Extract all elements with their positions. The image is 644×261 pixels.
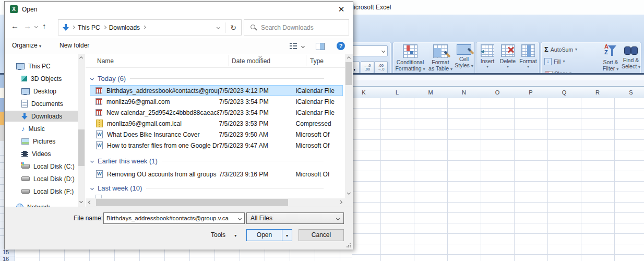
sidebar-item-network[interactable]: Network (5, 201, 78, 207)
sidebar-item-local-disk-f[interactable]: Local Disk (F:) (5, 186, 78, 197)
group-header-last-week[interactable]: Last week (10) (91, 183, 324, 193)
sort-filter-button[interactable]: Sort & Filter ▾ (600, 44, 622, 72)
insert-cells-button[interactable]: Insert ▾ (478, 44, 497, 69)
scroll-down-icon[interactable] (347, 191, 351, 195)
column-header-L[interactable]: L (380, 87, 414, 99)
refresh-icon[interactable]: ↻ (225, 23, 241, 32)
file-row-monliza-ics[interactable]: monliza96@gmail.com 7/5/2023 3:54 PM iCa… (90, 96, 343, 107)
file-name-input[interactable]: Birthdays_addressbook#contacts@group.v.c… (103, 212, 245, 224)
file-name-value: Birthdays_addressbook#contacts@group.v.c… (104, 215, 235, 221)
sidebar-item-videos[interactable]: Videos (5, 148, 78, 159)
sidebar-item-documents[interactable]: Documents (5, 98, 78, 109)
help-icon[interactable] (337, 42, 345, 50)
sidebar-item-downloads[interactable]: Downloads (5, 111, 78, 122)
sidebar-item-desktop[interactable]: Desktop (5, 86, 78, 97)
preview-pane-button[interactable] (316, 43, 325, 52)
excel-grid[interactable] (352, 98, 644, 261)
search-placeholder: Search Downloads (261, 24, 314, 31)
column-header-S[interactable]: S (614, 87, 644, 99)
sidebar-item-this-pc[interactable]: This PC (5, 61, 78, 72)
scroll-up-icon[interactable] (79, 56, 83, 60)
decrease-decimal-button[interactable]: .00→.0 (374, 61, 388, 74)
group-header-earlier-this-week[interactable]: Earlier this week (1) (91, 156, 324, 165)
breadcrumb-chevron-icon (103, 26, 106, 29)
column-header-Q[interactable]: Q (547, 87, 581, 99)
sidebar-scrollbar-thumb[interactable] (78, 129, 85, 166)
sidebar-item-local-disk-c[interactable]: Local Disk (C:) (5, 161, 78, 172)
resize-grip[interactable] (346, 243, 351, 247)
increase-decimal-button[interactable]: ←.0.00 (361, 61, 374, 74)
back-button[interactable]: ← (11, 21, 19, 30)
file-row-removing-ou[interactable]: Removing OU accounts from all groups 7/3… (90, 169, 343, 180)
file-row-monliza-ical-zip[interactable]: monliza96@gmail.com.ical 7/5/2023 3:53 P… (90, 118, 343, 129)
file-name-label: File name: (74, 215, 103, 222)
row-header-15[interactable]: 15 (0, 249, 15, 256)
open-button[interactable]: Open ▾ (246, 229, 292, 241)
film-icon (21, 151, 28, 157)
sidebar-item-music[interactable]: Music (5, 123, 78, 134)
sidebar-item-local-disk-d[interactable]: Local Disk (D:) (5, 173, 78, 184)
vscrollbar-thumb[interactable] (345, 62, 352, 85)
cancel-button[interactable]: Cancel (299, 229, 344, 241)
tools-button[interactable]: Tools ▾ (211, 231, 236, 239)
scroll-left-icon[interactable] (88, 200, 92, 204)
up-button[interactable]: ↑ (42, 21, 46, 30)
list-horizontal-scrollbar[interactable] (86, 198, 345, 207)
sidebar-scrollbar[interactable] (78, 54, 85, 207)
file-type-dropdown[interactable]: All Files (246, 212, 344, 224)
group-collapse-chevron-icon[interactable] (90, 76, 94, 80)
address-bar[interactable]: This PC Downloads ↻ (58, 19, 242, 35)
change-view-button[interactable] (290, 43, 304, 51)
sort-filter-icon (604, 44, 617, 58)
hscrollbar-thumb[interactable] (96, 199, 288, 206)
find-select-button[interactable]: Find & Select ▾ (621, 44, 641, 69)
scroll-up-icon[interactable] (347, 56, 351, 60)
breadcrumb-this-pc[interactable]: This PC (78, 24, 100, 31)
sidebar-item-3d-objects[interactable]: 3D Objects (5, 73, 78, 84)
organize-button[interactable]: Organize ▾ (12, 42, 41, 49)
column-header-O[interactable]: O (481, 87, 515, 99)
list-vertical-scrollbar[interactable] (345, 54, 353, 207)
row-header-16[interactable]: 16 (0, 256, 15, 261)
column-divider[interactable] (306, 55, 306, 66)
delete-cells-button[interactable]: Delete ▾ (498, 44, 518, 69)
group-collapse-chevron-icon[interactable] (90, 159, 94, 162)
file-row-google-drive-transfer[interactable]: How to transfer files from one Google Dr… (90, 140, 343, 151)
column-divider[interactable] (229, 55, 229, 66)
column-header-date-modified[interactable]: Date modified (232, 57, 270, 65)
scroll-down-icon[interactable] (79, 199, 83, 203)
column-header-P[interactable]: P (514, 87, 548, 99)
list-header-row: Name Date modified Type (86, 54, 345, 68)
autosum-button[interactable]: AutoSum▾ (544, 44, 577, 54)
column-header-R[interactable]: R (581, 87, 615, 99)
forward-button[interactable]: → (23, 21, 31, 30)
format-as-table-button[interactable]: Format as Table ▾ (427, 44, 454, 72)
cell-styles-button[interactable]: Cell Styles ▾ (454, 44, 474, 68)
group-header-today[interactable]: Today (6) (91, 74, 324, 83)
conditional-formatting-button[interactable]: Conditional Formatting ▾ (394, 44, 426, 72)
file-row-birthdays[interactable]: Birthdays_addressbook#contacts@group... … (90, 85, 343, 96)
nav-history-chevron-icon[interactable] (34, 25, 38, 28)
open-split-chevron-icon[interactable]: ▾ (282, 230, 292, 241)
column-header-name[interactable]: Name (97, 57, 114, 65)
screen: Microsoft Excel , ←.0.00 .00→.0 ber Cond… (0, 0, 644, 261)
file-row-new-calendar[interactable]: New calendar_25d9542c4bbbd88caeac81... 7… (90, 107, 343, 118)
column-header-M[interactable]: M (414, 87, 448, 99)
group-collapse-chevron-icon[interactable] (90, 186, 94, 189)
format-cells-button[interactable]: Format ▾ (518, 44, 538, 69)
number-format-dropdown[interactable] (349, 45, 388, 56)
search-box[interactable]: Search Downloads (244, 19, 349, 35)
column-header-type[interactable]: Type (310, 57, 324, 65)
excel-grid-bottom[interactable] (0, 249, 352, 261)
scroll-right-icon[interactable] (339, 200, 342, 204)
cell-sliver-cream (0, 88, 4, 98)
breadcrumb-downloads[interactable]: Downloads (109, 24, 140, 31)
new-folder-button[interactable]: New folder (59, 42, 89, 49)
close-icon[interactable]: ✕ (330, 2, 353, 17)
sidebar-item-pictures[interactable]: Pictures (5, 136, 78, 147)
fill-button[interactable]: Fill▾ (544, 56, 565, 66)
file-row-bike-insurance[interactable]: What Does Bike Insurance Cover 7/5/2023 … (90, 129, 343, 140)
address-dropdown-chevron-icon[interactable] (217, 26, 220, 29)
delete-cells-icon (501, 44, 515, 57)
column-header-N[interactable]: N (447, 87, 481, 99)
